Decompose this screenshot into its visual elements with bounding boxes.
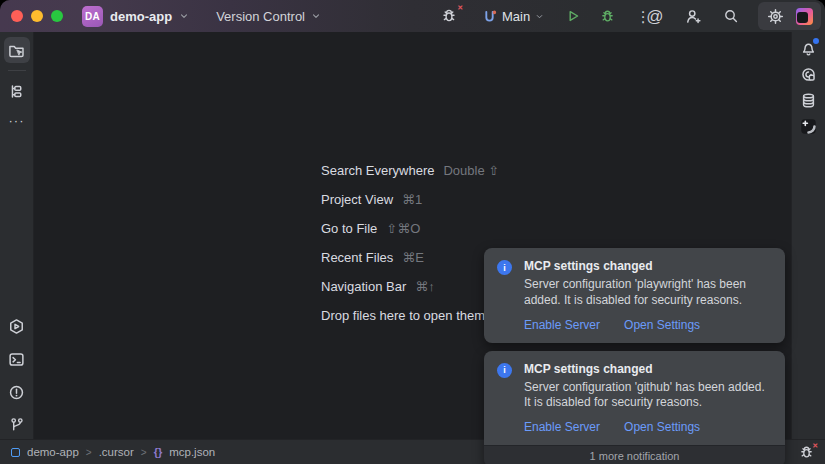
notification-actions: Enable Server Open Settings xyxy=(524,318,771,332)
info-icon: i xyxy=(497,260,512,275)
notification-title: MCP settings changed xyxy=(524,259,771,273)
run-button[interactable] xyxy=(562,5,584,27)
error-mark: ✕ xyxy=(812,442,818,450)
shortcut-label: Search Everywhere xyxy=(321,163,434,178)
screen-share-indicator[interactable] xyxy=(793,5,815,27)
shortcut-label: Project View xyxy=(321,192,393,207)
gear-icon xyxy=(767,8,784,25)
json-file-icon: {} xyxy=(154,446,163,458)
shortcut-row: Go to File ⇧⌘O xyxy=(321,214,499,243)
open-settings-link[interactable]: Open Settings xyxy=(624,420,700,434)
commit-structure-icon xyxy=(8,83,25,100)
module-icon xyxy=(11,448,20,457)
breadcrumb: demo-app > .cursor > {} mcp.json xyxy=(11,446,215,458)
notification-badge-dot xyxy=(811,36,821,46)
code-with-me-button[interactable] xyxy=(682,5,704,27)
shortcut-key: ⌘E xyxy=(402,250,424,265)
chevron-down-icon xyxy=(311,11,321,21)
ellipsis-icon: ··· xyxy=(9,114,25,127)
bug-icon xyxy=(441,8,457,24)
shortcut-label: Go to File xyxy=(321,221,377,236)
sidebar-item-more-tools[interactable]: ··· xyxy=(4,107,30,133)
shortcut-row: Drop files here to open them xyxy=(321,301,499,330)
notification-card-group: i MCP settings changed Server configurat… xyxy=(484,351,785,464)
ai-assistant-button[interactable]: @ xyxy=(644,5,666,27)
window-controls xyxy=(11,10,63,22)
project-name: demo-app xyxy=(110,9,172,24)
more-notifications-button[interactable]: 1 more notification xyxy=(484,445,785,464)
sidebar-item-commit[interactable] xyxy=(4,78,30,104)
open-settings-link[interactable]: Open Settings xyxy=(624,318,700,332)
debug-bug-icon xyxy=(600,9,615,24)
titlebar-right-actions: @ xyxy=(644,0,821,32)
phpstorm-window: DA demo-app Version Control ✕ xyxy=(0,0,825,464)
sidebar-item-version-control[interactable] xyxy=(4,412,30,438)
debug-listener-off-button[interactable]: ✕ xyxy=(438,5,460,27)
shortcut-row: Project View ⌘1 xyxy=(321,185,499,214)
shortcut-key: ⌘1 xyxy=(402,192,422,207)
shortcut-key: ⇧⌘O xyxy=(386,221,420,236)
debug-button[interactable] xyxy=(596,5,618,27)
shortcut-row: Navigation Bar ⌘↑ xyxy=(321,272,499,301)
chevron-right-icon: > xyxy=(86,447,92,458)
sidebar-item-problems[interactable] xyxy=(4,379,30,405)
project-avatar: DA xyxy=(82,6,103,27)
sidebar-item-project[interactable] xyxy=(4,37,30,63)
run-toolbar: ✕ Main ⋮ xyxy=(438,0,654,32)
project-switcher[interactable]: DA demo-app xyxy=(82,6,189,27)
xdebug-toggle[interactable]: ✕ xyxy=(797,443,815,461)
zoom-window-button[interactable] xyxy=(51,10,63,22)
settings-button[interactable] xyxy=(764,5,786,27)
breadcrumb-file[interactable]: mcp.json xyxy=(169,446,215,458)
project-folder-icon xyxy=(8,42,25,59)
error-mark: ✕ xyxy=(457,4,463,12)
shortcut-key: Double ⇧ xyxy=(443,163,499,178)
shortcut-key: ⌘↑ xyxy=(415,279,435,294)
notification-title: MCP settings changed xyxy=(524,362,771,376)
notification-card: i MCP settings changed Server configurat… xyxy=(484,248,785,343)
drop-files-hint: Drop files here to open them xyxy=(321,308,485,323)
left-stripe-bottom xyxy=(4,313,30,438)
database-icon xyxy=(800,92,817,109)
notification-actions: Enable Server Open Settings xyxy=(524,420,771,434)
stripe-separator xyxy=(8,70,26,71)
enable-server-link[interactable]: Enable Server xyxy=(524,420,600,434)
shortcut-row: Recent Files ⌘E xyxy=(321,243,499,272)
plugin-icon xyxy=(800,118,817,135)
sidebar-item-plugin-tool[interactable] xyxy=(796,113,822,139)
breadcrumb-folder[interactable]: .cursor xyxy=(99,446,134,458)
settings-group xyxy=(758,2,821,30)
search-everywhere-button[interactable] xyxy=(720,5,742,27)
notification-body: Server configuration 'playwright' has be… xyxy=(524,277,771,309)
shortcut-label: Navigation Bar xyxy=(321,279,406,294)
sidebar-item-notifications[interactable] xyxy=(796,35,822,61)
notification-body: Server configuration 'github' has been a… xyxy=(524,380,771,412)
shortcut-row: Search Everywhere Double ⇧ xyxy=(321,156,499,185)
enable-server-link[interactable]: Enable Server xyxy=(524,318,600,332)
run-config-app-icon xyxy=(482,9,497,24)
notification-stack: i MCP settings changed Server configurat… xyxy=(484,248,785,464)
sidebar-item-terminal[interactable] xyxy=(4,346,30,372)
play-icon xyxy=(565,8,581,24)
shortcut-label: Recent Files xyxy=(321,250,393,265)
sidebar-item-services[interactable] xyxy=(4,313,30,339)
breadcrumb-project[interactable]: demo-app xyxy=(27,446,79,458)
chevron-down-icon xyxy=(179,11,189,21)
run-config-selector[interactable]: Main xyxy=(482,9,544,24)
notification-card: i MCP settings changed Server configurat… xyxy=(484,351,785,446)
left-tool-stripe: ··· xyxy=(0,32,34,440)
minimize-window-button[interactable] xyxy=(31,10,43,22)
sidebar-item-database[interactable] xyxy=(796,87,822,113)
terminal-icon xyxy=(8,351,25,368)
vcs-menu-button[interactable]: Version Control xyxy=(216,9,321,24)
gradient-app-icon xyxy=(796,8,813,25)
titlebar: DA demo-app Version Control ✕ xyxy=(0,0,825,32)
search-icon xyxy=(723,8,739,24)
at-icon: @ xyxy=(646,8,663,25)
chevron-right-icon: > xyxy=(141,447,147,458)
vcs-menu-label: Version Control xyxy=(216,9,305,24)
sidebar-item-ai-assistant[interactable] xyxy=(796,61,822,87)
close-window-button[interactable] xyxy=(11,10,23,22)
git-branch-icon xyxy=(9,417,25,433)
problems-icon xyxy=(8,384,25,401)
